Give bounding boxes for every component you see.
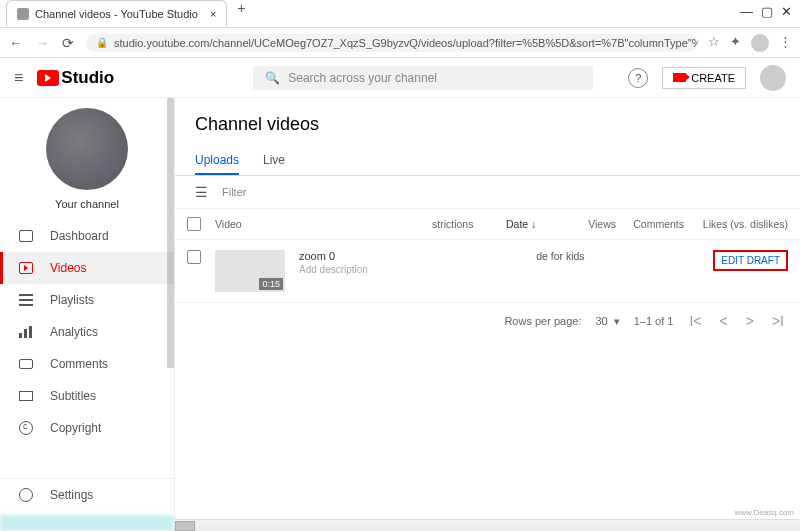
videos-icon bbox=[19, 262, 33, 274]
reload-button[interactable]: ⟳ bbox=[60, 35, 76, 51]
redacted-strip bbox=[0, 515, 174, 531]
scrollbar-thumb[interactable] bbox=[175, 521, 195, 531]
rows-per-page-label: Rows per page: bbox=[504, 315, 581, 327]
rows-per-page-value: 30 bbox=[595, 315, 607, 327]
channel-avatar[interactable] bbox=[46, 108, 128, 190]
watermark: www.Deasq.com bbox=[734, 508, 794, 517]
sidebar-item-subtitles[interactable]: Subtitles bbox=[0, 380, 174, 412]
dashboard-icon bbox=[19, 230, 33, 242]
close-window-icon[interactable]: ✕ bbox=[781, 4, 792, 19]
search-placeholder: Search across your channel bbox=[288, 71, 437, 85]
extensions-icon[interactable]: ✦ bbox=[730, 34, 741, 52]
tab-title: Channel videos - YouTube Studio bbox=[35, 8, 198, 20]
browser-tab[interactable]: Channel videos - YouTube Studio × bbox=[6, 0, 227, 26]
table-row[interactable]: 0:15 zoom 0 Add description de for kids … bbox=[175, 240, 800, 303]
sort-desc-icon: ↓ bbox=[531, 218, 536, 230]
create-button[interactable]: CREATE bbox=[662, 67, 746, 89]
create-label: CREATE bbox=[691, 72, 735, 84]
sidebar-item-comments[interactable]: Comments bbox=[0, 348, 174, 380]
tab-favicon bbox=[17, 8, 29, 20]
column-video[interactable]: Video bbox=[215, 218, 267, 230]
url-text: studio.youtube.com/channel/UCeMOeg7OZ7_X… bbox=[114, 37, 698, 49]
sidebar-item-label: Comments bbox=[50, 357, 108, 371]
column-restrictions[interactable]: strictions bbox=[432, 218, 492, 230]
sidebar-item-label: Playlists bbox=[50, 293, 94, 307]
last-page-button[interactable]: >I bbox=[770, 313, 786, 329]
row-restrictions: de for kids bbox=[536, 250, 616, 262]
sidebar-item-label: Copyright bbox=[50, 421, 101, 435]
record-icon bbox=[673, 73, 686, 82]
forward-button[interactable]: → bbox=[34, 35, 50, 51]
sidebar-item-label: Settings bbox=[50, 488, 93, 502]
browser-window-bar: Channel videos - YouTube Studio × + — ▢ … bbox=[0, 0, 800, 28]
sidebar-item-label: Videos bbox=[50, 261, 86, 275]
star-icon[interactable]: ☆ bbox=[708, 34, 720, 52]
gear-icon bbox=[19, 488, 33, 502]
page-range: 1–1 of 1 bbox=[634, 315, 674, 327]
row-checkbox[interactable] bbox=[187, 250, 201, 264]
hamburger-menu-icon[interactable]: ≡ bbox=[14, 69, 23, 87]
account-avatar[interactable] bbox=[760, 65, 786, 91]
new-tab-button[interactable]: + bbox=[237, 0, 245, 16]
horizontal-scrollbar[interactable] bbox=[175, 519, 800, 531]
next-page-button[interactable]: > bbox=[744, 313, 756, 329]
playlists-icon bbox=[19, 294, 33, 306]
table-header: Video strictions Date↓ Views Comments Li… bbox=[175, 209, 800, 240]
tab-uploads[interactable]: Uploads bbox=[195, 147, 239, 175]
sidebar-item-label: Analytics bbox=[50, 325, 98, 339]
app-header: ≡ Studio 🔍 Search across your channel ? … bbox=[0, 58, 800, 98]
tab-live[interactable]: Live bbox=[263, 147, 285, 175]
profile-avatar-icon[interactable] bbox=[751, 34, 769, 52]
first-page-button[interactable]: I< bbox=[687, 313, 703, 329]
minimize-icon[interactable]: — bbox=[740, 4, 753, 19]
search-input[interactable]: 🔍 Search across your channel bbox=[253, 66, 593, 90]
content-tabs: Uploads Live bbox=[175, 147, 800, 176]
pagination: Rows per page: 30▾ 1–1 of 1 I< < > >I bbox=[175, 303, 800, 339]
sidebar-item-settings[interactable]: Settings bbox=[0, 479, 174, 511]
prev-page-button[interactable]: < bbox=[718, 313, 730, 329]
lock-icon: 🔒 bbox=[96, 37, 108, 48]
video-description[interactable]: Add description bbox=[299, 264, 439, 275]
comments-icon bbox=[19, 359, 33, 369]
sidebar-scrollbar[interactable] bbox=[167, 98, 174, 368]
main-content: Channel videos Uploads Live ☰ Filter Vid… bbox=[175, 98, 800, 531]
sidebar-item-videos[interactable]: Videos bbox=[0, 252, 174, 284]
chevron-down-icon: ▾ bbox=[614, 315, 620, 328]
sidebar-item-copyright[interactable]: Copyright bbox=[0, 412, 174, 444]
select-all-checkbox[interactable] bbox=[187, 217, 201, 231]
sidebar-item-dashboard[interactable]: Dashboard bbox=[0, 220, 174, 252]
column-date[interactable]: Date↓ bbox=[506, 218, 566, 230]
youtube-studio-logo[interactable]: Studio bbox=[37, 68, 114, 88]
sidebar: Your channel Dashboard Videos Playlists … bbox=[0, 98, 175, 531]
help-icon[interactable]: ? bbox=[628, 68, 648, 88]
column-date-label: Date bbox=[506, 218, 528, 230]
edit-draft-button[interactable]: EDIT DRAFT bbox=[713, 250, 788, 271]
analytics-icon bbox=[19, 326, 33, 338]
search-icon: 🔍 bbox=[265, 71, 280, 85]
video-duration: 0:15 bbox=[259, 278, 283, 290]
column-likes[interactable]: Likes (vs. dislikes) bbox=[698, 218, 788, 230]
column-views[interactable]: Views bbox=[580, 218, 616, 230]
back-button[interactable]: ← bbox=[8, 35, 24, 51]
copyright-icon bbox=[19, 421, 33, 435]
video-thumbnail[interactable]: 0:15 bbox=[215, 250, 285, 292]
maximize-icon[interactable]: ▢ bbox=[761, 4, 773, 19]
close-tab-icon[interactable]: × bbox=[210, 8, 216, 20]
subtitles-icon bbox=[19, 391, 33, 401]
filter-icon: ☰ bbox=[195, 184, 208, 200]
sidebar-item-playlists[interactable]: Playlists bbox=[0, 284, 174, 316]
channel-label: Your channel bbox=[0, 198, 174, 210]
column-comments[interactable]: Comments bbox=[630, 218, 684, 230]
page-title: Channel videos bbox=[175, 98, 800, 147]
sidebar-item-label: Dashboard bbox=[50, 229, 109, 243]
rows-per-page-select[interactable]: 30▾ bbox=[595, 315, 619, 328]
address-bar[interactable]: 🔒 studio.youtube.com/channel/UCeMOeg7OZ7… bbox=[86, 34, 698, 52]
youtube-play-icon bbox=[37, 70, 59, 86]
browser-toolbar: ← → ⟳ 🔒 studio.youtube.com/channel/UCeMO… bbox=[0, 28, 800, 58]
filter-label: Filter bbox=[222, 186, 246, 198]
video-title[interactable]: zoom 0 bbox=[299, 250, 439, 262]
sidebar-item-label: Subtitles bbox=[50, 389, 96, 403]
kebab-menu-icon[interactable]: ⋮ bbox=[779, 34, 792, 52]
filter-bar[interactable]: ☰ Filter bbox=[175, 176, 800, 209]
sidebar-item-analytics[interactable]: Analytics bbox=[0, 316, 174, 348]
